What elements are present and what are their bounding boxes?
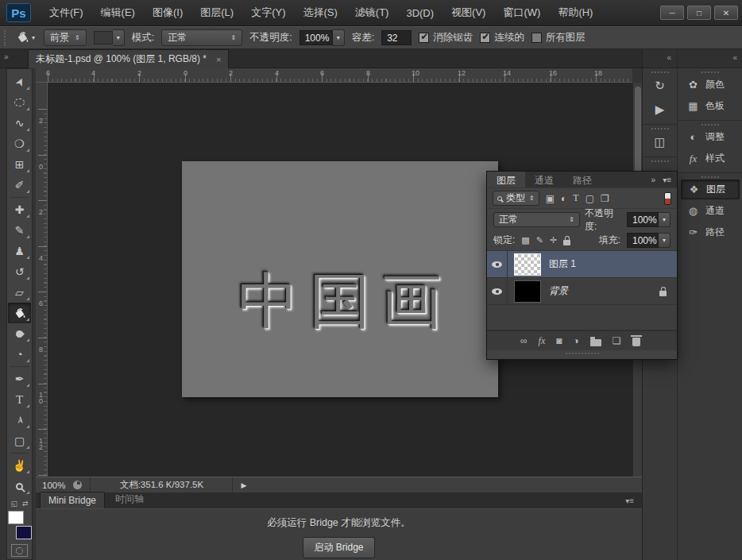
layer-visibility-toggle[interactable] xyxy=(487,278,508,304)
maximize-button[interactable]: □ xyxy=(687,6,711,20)
layer-mask-icon[interactable]: ◙ xyxy=(556,335,562,346)
minimize-button[interactable]: ─ xyxy=(660,6,684,20)
panel-menu-icon[interactable]: ▾≡ xyxy=(625,496,634,508)
status-arrow-icon[interactable]: ▶ xyxy=(241,481,246,489)
filter-toggle[interactable] xyxy=(664,192,671,205)
crop-tool[interactable]: ⊞ xyxy=(8,154,31,175)
tab-layers[interactable]: 图层 xyxy=(487,172,525,187)
status-flyout-icon[interactable] xyxy=(73,481,82,489)
spot-healing-tool[interactable]: ✚ xyxy=(8,199,31,220)
zoom-tool[interactable] xyxy=(8,476,31,496)
layer-thumbnail[interactable] xyxy=(514,253,541,276)
shape-tool[interactable]: ▢ xyxy=(8,431,31,451)
canvas[interactable]: 中国画 xyxy=(182,161,498,397)
swap-colors-icon[interactable]: ⇄ xyxy=(22,500,29,508)
filter-shape-layers-icon[interactable]: ▢ xyxy=(585,193,594,204)
adjustment-layer-icon[interactable]: ◑ xyxy=(573,335,578,346)
menu-edit[interactable]: 编辑(E) xyxy=(92,0,144,26)
actions-panel-button[interactable]: ▶ xyxy=(647,98,674,121)
launch-bridge-button[interactable]: 启动 Bridge xyxy=(303,537,374,558)
lock-paint-icon[interactable]: ✎ xyxy=(536,235,543,245)
tab-timeline[interactable]: 时间轴 xyxy=(107,490,152,508)
document-tab[interactable]: 未标题-1.psd @ 100% (图层 1, RGB/8) * × xyxy=(28,49,229,68)
filter-adjustment-layers-icon[interactable]: ◐ xyxy=(561,193,566,204)
type-tool[interactable]: T xyxy=(8,389,31,410)
fill-dropdown-icon[interactable]: ▾ xyxy=(659,233,671,248)
layer-visibility-toggle[interactable] xyxy=(487,251,508,277)
color-panel-button[interactable]: ✿ 颜色 xyxy=(681,75,740,95)
clone-stamp-tool[interactable]: ♟ xyxy=(8,241,31,261)
adjustments-panel-button[interactable]: ◐ 调整 xyxy=(681,127,740,147)
antialias-checkbox[interactable] xyxy=(419,33,429,43)
layer-opacity-input[interactable]: 100% xyxy=(627,212,659,227)
history-brush-tool[interactable]: ↺ xyxy=(8,261,31,282)
lasso-tool[interactable]: ∿ xyxy=(8,113,31,133)
new-layer-icon[interactable]: ❏ xyxy=(613,335,621,346)
menu-help[interactable]: 帮助(H) xyxy=(549,0,601,26)
blend-mode-select[interactable]: 正常 ⇕ xyxy=(493,212,580,227)
marquee-tool[interactable] xyxy=(8,92,31,113)
dodge-tool[interactable]: ◔ xyxy=(8,344,31,365)
menu-layer[interactable]: 图层(L) xyxy=(191,0,242,26)
all-layers-checkbox[interactable] xyxy=(531,33,542,43)
layer-group-icon[interactable] xyxy=(590,339,601,346)
layers-panel-button[interactable]: ❖ 图层 xyxy=(681,180,740,199)
brush-tool[interactable]: ✎ xyxy=(8,220,31,241)
lock-transparency-icon[interactable]: ▩ xyxy=(521,235,529,245)
layer-thumbnail[interactable] xyxy=(514,280,541,303)
channels-panel-button[interactable]: ◍ 通道 xyxy=(681,201,740,221)
eraser-tool[interactable]: ▱ xyxy=(8,282,31,303)
menu-file[interactable]: 文件(F) xyxy=(41,0,92,26)
foreground-color-swatch[interactable] xyxy=(8,511,24,524)
history-panel-button[interactable]: ↻ xyxy=(647,75,674,97)
delete-layer-icon[interactable] xyxy=(632,338,640,346)
all-layers-checkbox-group[interactable]: 所有图层 xyxy=(531,31,585,44)
filter-type-select[interactable]: 类型 ⇕ xyxy=(493,191,539,206)
opacity-dropdown-icon[interactable]: ▾ xyxy=(333,29,345,46)
active-tool-badge[interactable]: ▾ xyxy=(14,30,37,46)
tolerance-input[interactable]: 32 xyxy=(381,30,412,45)
menu-select[interactable]: 选择(S) xyxy=(294,0,346,26)
dock-collapse-icon[interactable]: « xyxy=(678,49,742,68)
tab-mini-bridge[interactable]: Mini Bridge xyxy=(40,492,105,508)
panel-collapse-icon[interactable]: » xyxy=(651,176,656,184)
layer-effects-icon[interactable]: fx xyxy=(539,335,546,347)
pen-tool[interactable]: ✒ xyxy=(8,369,31,389)
contiguous-checkbox-group[interactable]: 连续的 xyxy=(480,31,524,44)
paths-panel-button[interactable]: ✑ 路径 xyxy=(681,222,740,242)
3d-panel-button[interactable]: ◫ xyxy=(647,131,674,153)
menu-filter[interactable]: 滤镜(T) xyxy=(346,0,398,26)
panel-resize-grip[interactable] xyxy=(566,353,599,354)
dock-collapse-icon[interactable]: « xyxy=(643,49,677,68)
link-layers-icon[interactable]: ∞ xyxy=(520,335,528,346)
menu-type[interactable]: 文字(Y) xyxy=(242,0,294,26)
menu-view[interactable]: 视图(V) xyxy=(442,0,494,26)
blur-tool[interactable] xyxy=(8,323,31,344)
mode-select[interactable]: 正常 ⇕ xyxy=(161,29,242,46)
filter-smart-objects-icon[interactable]: ❐ xyxy=(601,193,609,204)
opacity-input[interactable]: 100% xyxy=(300,30,333,45)
lock-position-icon[interactable]: ✛ xyxy=(550,235,557,245)
default-colors-icon[interactable]: ◱ xyxy=(10,500,17,508)
contiguous-checkbox[interactable] xyxy=(480,33,490,43)
menu-window[interactable]: 窗口(W) xyxy=(494,0,549,26)
panel-menu-icon[interactable]: ▾≡ xyxy=(663,176,671,184)
layer-name[interactable]: 背景 xyxy=(549,284,568,298)
document-close-icon[interactable]: × xyxy=(216,55,221,64)
fill-source-select[interactable]: 前景 ⇕ xyxy=(44,29,87,46)
zoom-level[interactable]: 100% xyxy=(42,481,65,490)
fill-input[interactable]: 100% xyxy=(627,233,659,248)
menu-3d[interactable]: 3D(D) xyxy=(397,0,442,26)
paint-bucket-tool[interactable] xyxy=(8,303,31,323)
quick-selection-tool[interactable]: ❍ xyxy=(8,133,31,154)
styles-panel-button[interactable]: fx 样式 xyxy=(681,149,740,168)
quick-mask-button[interactable] xyxy=(11,544,28,557)
filter-pixel-layers-icon[interactable]: ▣ xyxy=(546,193,555,204)
eyedropper-tool[interactable]: ✐ xyxy=(8,175,31,195)
layer-name[interactable]: 图层 1 xyxy=(549,257,576,271)
move-tool[interactable]: ➤ xyxy=(8,71,31,92)
menu-image[interactable]: 图像(I) xyxy=(144,0,191,26)
swatches-panel-button[interactable]: ▦ 色板 xyxy=(681,96,740,116)
filter-type-layers-icon[interactable]: T xyxy=(573,192,578,204)
hand-tool[interactable]: ✌ xyxy=(8,455,31,476)
